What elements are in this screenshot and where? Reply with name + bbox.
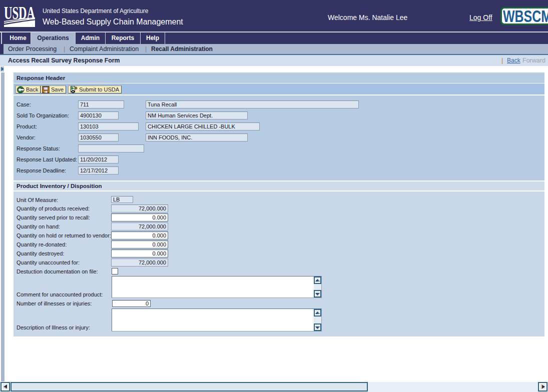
svg-text:WBSCM: WBSCM xyxy=(503,8,548,24)
